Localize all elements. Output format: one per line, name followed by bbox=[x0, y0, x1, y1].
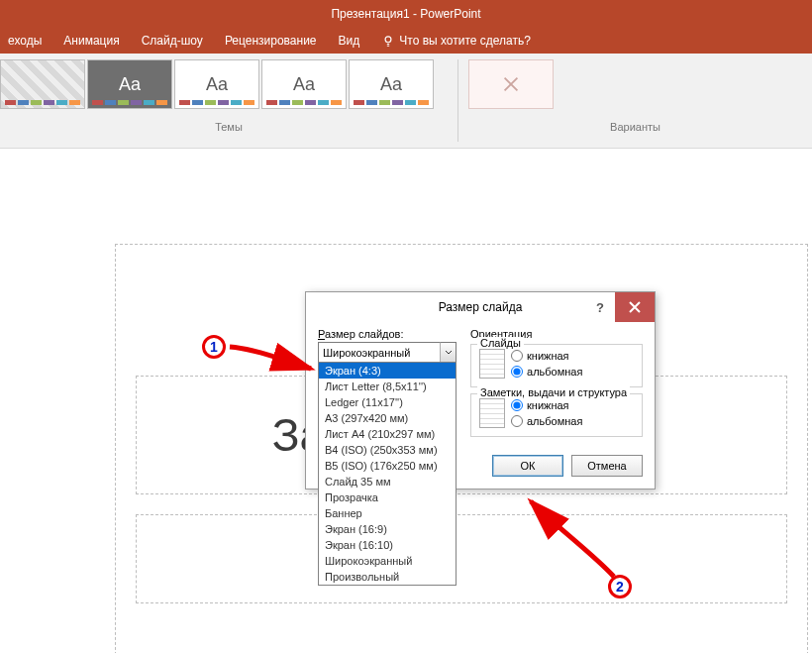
tab-slideshow[interactable]: Слайд-шоу bbox=[142, 34, 203, 48]
notes-portrait-radio[interactable]: книжная bbox=[511, 399, 582, 411]
size-option[interactable]: Баннер bbox=[319, 505, 456, 521]
cancel-button[interactable]: Отмена bbox=[571, 455, 643, 477]
slide-size-dialog: Размер слайда ? Размер слайдов: Широкоэк… bbox=[305, 291, 656, 490]
close-icon bbox=[629, 301, 641, 313]
annotation-badge-2: 2 bbox=[608, 575, 632, 599]
theme-thumb-2[interactable]: Aa bbox=[87, 59, 172, 109]
window-titlebar: Презентация1 - PowerPoint bbox=[0, 0, 812, 28]
close-icon bbox=[500, 73, 522, 95]
slides-orientation-fieldset: Слайды книжная альбомная bbox=[470, 344, 643, 387]
chevron-down-icon bbox=[445, 349, 453, 357]
slides-landscape-radio[interactable]: альбомная bbox=[511, 366, 582, 378]
tab-view[interactable]: Вид bbox=[339, 34, 360, 48]
theme-thumb-4[interactable]: Aa bbox=[261, 59, 347, 109]
close-button[interactable] bbox=[615, 292, 655, 322]
page-icon bbox=[479, 349, 505, 379]
theme-thumb-current[interactable] bbox=[0, 59, 85, 109]
theme-thumb-5[interactable]: Aa bbox=[349, 59, 434, 109]
size-option[interactable]: Лист Letter (8,5x11'') bbox=[319, 379, 456, 394]
ribbon-tabs: еходы Анимация Слайд-шоу Рецензирование … bbox=[0, 28, 812, 54]
size-option[interactable]: Слайд 35 мм bbox=[319, 474, 456, 490]
notes-orientation-fieldset: Заметки, выдачи и структура книжная альб… bbox=[470, 393, 643, 437]
size-option[interactable]: B4 (ISO) (250x353 мм) bbox=[319, 442, 456, 458]
annotation-badge-1: 1 bbox=[202, 335, 226, 359]
notes-legend: Заметки, выдачи и структура bbox=[477, 386, 630, 398]
themes-group-label: Темы bbox=[0, 109, 457, 133]
theme-thumb-3[interactable]: Aa bbox=[174, 59, 259, 109]
dialog-titlebar[interactable]: Размер слайда ? bbox=[306, 292, 655, 322]
help-button[interactable]: ? bbox=[585, 292, 615, 322]
size-selected-value: Широкоэкранный bbox=[323, 347, 410, 359]
size-combobox[interactable]: Широкоэкранный Экран (4:3) Лист Letter (… bbox=[318, 342, 457, 363]
ribbon-body: Aa Aa Aa Aa Темы Варианты bbox=[0, 54, 812, 149]
size-option[interactable]: Произвольный bbox=[319, 569, 456, 585]
size-option[interactable]: Широкоэкранный bbox=[319, 553, 456, 569]
dialog-title: Размер слайда bbox=[439, 300, 523, 314]
tell-me-label: Что вы хотите сделать? bbox=[399, 34, 531, 48]
window-title: Презентация1 - PowerPoint bbox=[331, 7, 480, 21]
size-option[interactable]: A3 (297x420 мм) bbox=[319, 410, 456, 426]
themes-group: Aa Aa Aa Aa Темы bbox=[0, 54, 457, 148]
lightbulb-icon bbox=[381, 34, 395, 48]
size-option[interactable]: Экран (4:3) bbox=[319, 363, 456, 379]
size-option[interactable]: Ledger (11x17'') bbox=[319, 394, 456, 410]
size-option[interactable]: Лист A4 (210x297 мм) bbox=[319, 426, 456, 442]
slide-subtitle-placeholder[interactable] bbox=[136, 514, 787, 603]
tab-transitions[interactable]: еходы bbox=[8, 34, 42, 48]
size-option[interactable]: Экран (16:10) bbox=[319, 537, 456, 553]
slides-portrait-radio[interactable]: книжная bbox=[511, 350, 582, 362]
notes-landscape-radio[interactable]: альбомная bbox=[511, 415, 582, 427]
variants-group-label: Варианты bbox=[458, 109, 812, 133]
size-option[interactable]: Прозрачка bbox=[319, 490, 456, 505]
size-option[interactable]: B5 (ISO) (176x250 мм) bbox=[319, 458, 456, 474]
slides-legend: Слайды bbox=[477, 337, 524, 349]
combobox-dropdown-button[interactable] bbox=[440, 342, 457, 363]
annotation-arrow-2 bbox=[525, 495, 634, 585]
variant-thumb-1[interactable] bbox=[468, 59, 554, 109]
variants-group: Варианты bbox=[458, 54, 812, 148]
size-dropdown-list: Экран (4:3) Лист Letter (8,5x11'') Ledge… bbox=[318, 362, 457, 586]
size-option[interactable]: Экран (16:9) bbox=[319, 521, 456, 537]
ok-button[interactable]: ОК bbox=[492, 455, 563, 477]
tell-me-search[interactable]: Что вы хотите сделать? bbox=[381, 34, 531, 48]
annotation-arrow-1 bbox=[226, 341, 321, 377]
svg-point-0 bbox=[385, 37, 391, 43]
tab-animation[interactable]: Анимация bbox=[63, 34, 119, 48]
size-label: Размер слайдов: bbox=[318, 328, 457, 340]
page-icon bbox=[479, 398, 505, 428]
tab-review[interactable]: Рецензирование bbox=[225, 34, 317, 48]
